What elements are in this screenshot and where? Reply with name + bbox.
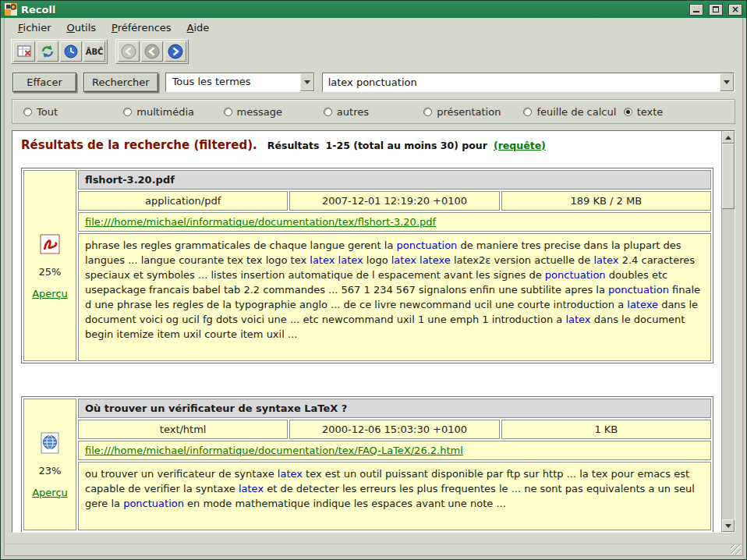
search-input[interactable] xyxy=(323,73,720,91)
client-area: FichierOutilsPréférencesAide xyxy=(4,18,743,556)
radio-icon xyxy=(523,108,532,116)
pdf-icon xyxy=(38,232,62,256)
arrow-down-icon xyxy=(725,524,731,531)
combo-arrow-button[interactable] xyxy=(300,73,314,91)
result-mime-type: text/html xyxy=(78,420,288,439)
result-entry: 23% Aperçu Où trouver un vérificateur de… xyxy=(21,396,713,532)
clear-button[interactable]: Effacer xyxy=(12,73,76,92)
filter-label: présentation xyxy=(437,106,501,118)
results-title: Résultats de la recherche (filtered). xyxy=(21,138,257,152)
doc-type-icon xyxy=(38,431,62,455)
scroll-up-button[interactable] xyxy=(722,131,735,144)
result-url-link[interactable]: file:///home/michael/informatique/docume… xyxy=(85,445,463,456)
search-row: Effacer Rechercher Tous les termes xyxy=(5,69,742,97)
doc-history-button[interactable] xyxy=(60,41,82,62)
window-title: Recoll xyxy=(21,4,684,16)
filter-presentation[interactable]: présentation xyxy=(423,106,523,118)
menubar: FichierOutilsPréférencesAide xyxy=(5,18,742,37)
html-icon xyxy=(38,431,62,455)
menu-outils[interactable]: Outils xyxy=(60,20,104,35)
filter-label: texte xyxy=(637,106,664,118)
radio-icon xyxy=(324,108,332,116)
maximize-icon xyxy=(713,6,719,12)
results-header: Résultats de la recherche (filtered). Ré… xyxy=(21,138,715,152)
result-side-panel: 25% Aperçu xyxy=(23,170,76,361)
results-scroll-area: Résultats de la recherche (filtered). Ré… xyxy=(12,131,721,532)
radio-icon xyxy=(423,108,432,116)
result-size: 189 KB / 2 MB xyxy=(501,191,711,211)
scrollbar-track[interactable] xyxy=(722,209,735,519)
query-combo xyxy=(322,73,735,92)
search-mode-combo[interactable]: Tous les termes xyxy=(165,73,315,92)
radio-icon xyxy=(224,108,232,116)
clock-icon xyxy=(62,43,80,60)
radio-icon xyxy=(624,108,632,116)
relevance-percent: 25% xyxy=(39,266,62,278)
result-url-link[interactable]: file:///home/michael/informatique/docume… xyxy=(85,216,436,228)
result-snippet: ou trouver un verificateur de syntaxe la… xyxy=(78,462,711,530)
scrollbar-thumb[interactable] xyxy=(722,144,735,209)
menu-fichier[interactable]: Fichier xyxy=(11,20,58,35)
filter-label: multimédia xyxy=(136,106,194,118)
filter-label: feuille de calcul xyxy=(536,106,616,118)
arrow-up-icon xyxy=(725,133,731,140)
filter-message[interactable]: message xyxy=(224,106,324,118)
result-mime-type: application/pdf xyxy=(78,191,288,211)
filter-feuille-de-calcul[interactable]: feuille de calcul xyxy=(523,106,623,118)
relevance-percent: 23% xyxy=(39,465,62,477)
maximize-button[interactable] xyxy=(709,4,723,16)
minimize-icon xyxy=(693,10,699,12)
table-clear-icon xyxy=(16,43,33,60)
toolbar: ÂBĈ xyxy=(5,37,742,69)
query-history-arrow-button[interactable] xyxy=(720,73,734,91)
doc-type-icon xyxy=(38,232,62,256)
preview-link[interactable]: Aperçu xyxy=(32,288,68,299)
first-page-button[interactable] xyxy=(118,41,140,62)
query-details-link[interactable]: (requête) xyxy=(494,140,546,151)
minimize-button[interactable] xyxy=(689,4,703,16)
refresh-icon xyxy=(39,43,56,60)
results-area: Résultats de la recherche (filtered). Ré… xyxy=(12,130,735,533)
term-explorer-button[interactable]: ÂBĈ xyxy=(83,41,105,62)
result-snippet: phrase les regles grammaticales de chaqu… xyxy=(78,233,711,361)
result-date: 2007-12-01 12:19:20 +0100 xyxy=(289,191,499,211)
abc-icon: ÂBĈ xyxy=(86,48,104,56)
search-mode-value: Tous les termes xyxy=(166,73,300,91)
arrow-left-disabled-icon xyxy=(120,43,137,60)
toolbar-group-nav xyxy=(115,39,189,64)
menu-aide[interactable]: Aide xyxy=(180,20,217,35)
resize-grip[interactable] xyxy=(731,544,741,555)
clear-search-button[interactable] xyxy=(13,41,35,62)
filter-multimedia[interactable]: multimédia xyxy=(123,106,223,118)
results-stats-label: Résultats xyxy=(267,140,320,151)
result-title: Où trouver un vérificateur de syntaxe La… xyxy=(78,399,711,418)
update-index-button[interactable] xyxy=(37,41,58,62)
menu-preferences[interactable]: Préférences xyxy=(104,20,178,35)
filter-autres[interactable]: autres xyxy=(324,106,423,118)
results-scrollbar[interactable] xyxy=(721,131,735,532)
result-date: 2000-12-06 15:03:30 +0100 xyxy=(289,420,499,439)
toolbar-group-search: ÂBĈ xyxy=(11,39,108,64)
next-page-button[interactable] xyxy=(165,41,186,62)
filter-bar: Toutmultimédiamessageautresprésentationf… xyxy=(12,99,735,124)
preview-link[interactable]: Aperçu xyxy=(32,487,68,498)
recoll-window: Recoll × FichierOutilsPréférencesAide xyxy=(0,0,747,560)
result-entry: 25% Aperçu flshort-3.20.pdf application/… xyxy=(21,168,713,363)
search-button[interactable]: Rechercher xyxy=(83,73,158,92)
radio-icon xyxy=(123,108,132,116)
recoll-logo-icon xyxy=(5,3,17,16)
arrow-left-icon xyxy=(143,43,161,60)
scroll-down-button[interactable] xyxy=(722,519,735,532)
results-list: 25% Aperçu flshort-3.20.pdf application/… xyxy=(19,168,717,532)
close-icon: × xyxy=(731,5,739,14)
chevron-down-icon xyxy=(724,80,730,87)
results-range: 1-25 (total au moins 30) pour xyxy=(326,140,487,151)
filter-tout[interactable]: Tout xyxy=(23,106,123,118)
filter-label: Tout xyxy=(37,106,58,118)
status-bar xyxy=(5,544,742,555)
result-size: 1 KB xyxy=(501,420,711,439)
prev-page-button[interactable] xyxy=(141,41,163,62)
arrow-right-icon xyxy=(167,43,184,60)
filter-texte[interactable]: texte xyxy=(624,106,724,118)
close-button[interactable]: × xyxy=(728,4,742,16)
